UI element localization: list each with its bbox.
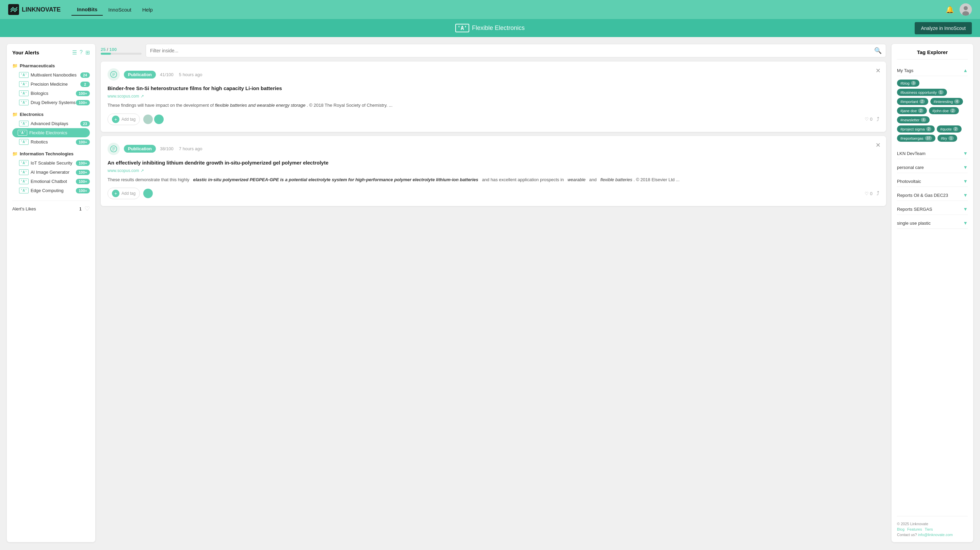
user-avatar[interactable] (959, 3, 972, 16)
tag-add-icon: + (112, 190, 119, 197)
tag-chip[interactable]: #important2 (897, 98, 928, 105)
excerpt-italic-3: flexible batteries (600, 177, 632, 182)
section-label: LKN DevTeam (897, 151, 926, 156)
add-tag-button[interactable]: + Add tag (108, 188, 140, 199)
author-avatar-1 (143, 114, 153, 124)
personal-care-section: personal care ▼ (897, 162, 968, 173)
card-footer-right: ♡ 0 ⤴ (865, 116, 879, 122)
tag-chip[interactable]: #newsletter4 (897, 116, 930, 124)
tag-chip[interactable]: #jane doe2 (897, 107, 927, 114)
category-pharmaceuticals[interactable]: 📁 Pharmaceuticals (12, 61, 90, 70)
like-button[interactable]: ♡ 0 (865, 191, 872, 196)
my-tags-header[interactable]: My Tags ▲ (897, 65, 968, 76)
like-button[interactable]: ♡ 0 (865, 117, 872, 122)
single-use-plastic-section: single use plastic ▼ (897, 217, 968, 229)
alert-item[interactable]: 'A' Precision Medicine 2 (12, 79, 90, 89)
photovoltaic-section: Photovoltaic ▼ (897, 176, 968, 187)
publication-card-2: Publication 38/100 7 hours ago ✕ An effe… (101, 136, 886, 206)
progress-current: 25 (101, 47, 105, 52)
category-pharmaceuticals-label: Pharmaceuticals (20, 63, 55, 68)
excerpt-text-1: These findings will have impact on the d… (108, 103, 214, 108)
tags-grid: #blog3 #business opportunity1 #important… (897, 76, 968, 145)
folder-icon: 📁 (12, 63, 18, 68)
alert-badge: 100+ (76, 100, 90, 105)
tag-chip[interactable]: #quote2 (937, 125, 962, 133)
tag-count: 37 (925, 136, 932, 140)
tag-label: #project sigma (900, 127, 925, 131)
excerpt-text-1: These results demonstrate that this high… (108, 177, 189, 182)
card-url-link[interactable]: www.scopus.com (108, 168, 139, 173)
nav-help[interactable]: Help (137, 4, 158, 15)
heart-icon[interactable]: ♡ (84, 205, 90, 212)
reports-sergas-header[interactable]: Reports SERGAS ▼ (897, 204, 968, 215)
settings-icon[interactable]: ⊞ (86, 49, 90, 56)
tiers-link[interactable]: Tiers (924, 527, 933, 531)
alert-item[interactable]: 'A' AI Image Generator 100+ (12, 168, 90, 177)
tag-label: #try (941, 136, 947, 140)
expand-icon: ▼ (963, 179, 968, 184)
tag-chip[interactable]: #business opportunity1 (897, 89, 947, 96)
sub-header-title: 'A' Flexible Electronics (455, 24, 525, 32)
alert-item[interactable]: 'A' Edge Computing 100+ (12, 186, 90, 195)
search-icon[interactable]: 🔍 (874, 47, 882, 54)
alert-item-active[interactable]: 'A' Flexible Electronics (12, 128, 90, 137)
alert-item-left: 'A' IoT Scalable Security (19, 160, 72, 166)
nav-innoscout[interactable]: InnoScout (103, 4, 137, 15)
category-info-tech[interactable]: 📁 Information Technologies (12, 149, 90, 159)
tag-chip[interactable]: #try1 (937, 135, 957, 142)
card-url-link[interactable]: www.scopus.com (108, 94, 139, 98)
alert-item-left: 'A' Advanced Displays (19, 120, 68, 127)
notification-bell-icon[interactable]: 🔔 (946, 5, 954, 14)
tag-chip[interactable]: #interesting4 (930, 98, 963, 105)
analyze-button[interactable]: Analyze in InnoScout (915, 22, 972, 34)
search-input[interactable] (150, 48, 872, 53)
alert-item[interactable]: 'A' IoT Scalable Security 100+ (12, 159, 90, 168)
category-electronics[interactable]: 📁 Electronics (12, 110, 90, 119)
alert-item[interactable]: 'A' Robotics 100+ (12, 137, 90, 146)
alert-item[interactable]: 'A' Emotional Chatbot 100+ (12, 177, 90, 186)
expand-icon: ▼ (963, 220, 968, 226)
contact-email[interactable]: info@linknovate.com (918, 533, 953, 537)
excerpt-italic-1: elastic in-situ polymerized PEGPEA-GPE i… (193, 177, 479, 182)
excerpt-text-4: . © 2018 Elsevier Ltd ... (633, 177, 679, 182)
category-info-tech-label: Information Technologies (20, 151, 73, 156)
blog-link[interactable]: Blog (897, 527, 904, 531)
add-tag-button[interactable]: + Add tag (108, 114, 140, 125)
single-use-plastic-header[interactable]: single use plastic ▼ (897, 217, 968, 229)
alert-item-left: 'A' Flexible Electronics (18, 130, 67, 136)
sub-header: 'A' Flexible Electronics Analyze in Inno… (0, 19, 980, 37)
lkn-devteam-header[interactable]: LKN DevTeam ▼ (897, 148, 968, 159)
alert-badge: 100+ (76, 91, 90, 96)
alert-item[interactable]: 'A' Multivalent Nanobodies 24 (12, 70, 90, 79)
logo[interactable]: LINKNOVATE (8, 4, 60, 15)
card-title: Binder-free Sn-Si heterostructure films … (108, 85, 879, 92)
share-button[interactable]: ⤴ (877, 116, 879, 122)
alert-item[interactable]: 'A' Biologics 100+ (12, 89, 90, 98)
personal-care-header[interactable]: personal care ▼ (897, 162, 968, 173)
alert-icon: 'A' (19, 139, 29, 145)
tag-chip[interactable]: #john doe2 (929, 107, 959, 114)
photovoltaic-header[interactable]: Photovoltaic ▼ (897, 176, 968, 187)
features-link[interactable]: Features (907, 527, 922, 531)
heart-icon: ♡ (865, 191, 869, 196)
tag-count: 1 (948, 136, 954, 140)
card-url[interactable]: www.scopus.com ↗ (108, 168, 879, 173)
alert-icon: 'A' (19, 179, 29, 184)
tag-chip[interactable]: #blog3 (897, 79, 920, 87)
reports-oil-section: Reports Oil & Gas DEC23 ▼ (897, 190, 968, 201)
share-button[interactable]: ⤴ (877, 190, 879, 197)
nav-innobits[interactable]: InnoBits (72, 4, 103, 16)
header-right: 🔔 (946, 3, 972, 16)
card-close-button[interactable]: ✕ (875, 141, 881, 149)
reports-oil-header[interactable]: Reports Oil & Gas DEC23 ▼ (897, 190, 968, 201)
author-avatar (143, 189, 153, 198)
alert-item[interactable]: 'A' Drug Delivery Systems 100+ (12, 98, 90, 107)
help-icon[interactable]: ? (80, 49, 83, 56)
tag-chip[interactable]: #reportsergas37 (897, 135, 935, 142)
list-icon[interactable]: ☰ (72, 49, 77, 56)
alert-item[interactable]: 'A' Advanced Displays 23 (12, 119, 90, 128)
alert-name: Precision Medicine (30, 82, 68, 87)
card-close-button[interactable]: ✕ (875, 67, 881, 74)
card-url[interactable]: www.scopus.com ↗ (108, 94, 879, 98)
tag-chip[interactable]: #project sigma2 (897, 125, 935, 133)
